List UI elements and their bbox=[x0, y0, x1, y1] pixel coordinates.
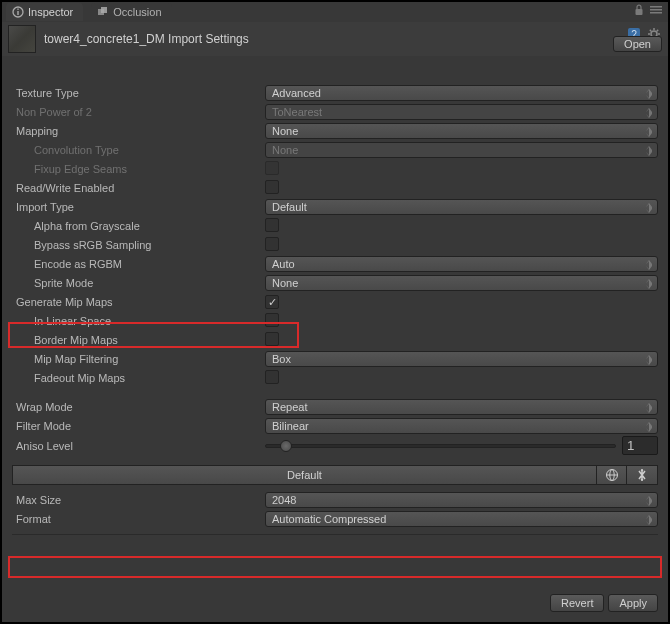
alpha-gs-label: Alpha from Grayscale bbox=[12, 220, 265, 232]
bypass-srgb-label: Bypass sRGB Sampling bbox=[12, 239, 265, 251]
apply-button[interactable]: Apply bbox=[608, 594, 658, 612]
platform-tab-bar: Default bbox=[12, 465, 658, 485]
lock-icon[interactable] bbox=[634, 4, 644, 18]
svg-rect-6 bbox=[650, 6, 662, 8]
aniso-label: Aniso Level bbox=[12, 440, 265, 452]
border-mip-label: Border Mip Maps bbox=[12, 334, 265, 346]
bypass-srgb-checkbox[interactable]: ✓ bbox=[265, 237, 279, 251]
mapping-dropdown[interactable]: None bbox=[265, 123, 658, 139]
highlight-format bbox=[8, 556, 662, 578]
svg-rect-7 bbox=[650, 9, 662, 11]
sprite-mode-dropdown[interactable]: None bbox=[265, 275, 658, 291]
fixup-checkbox: ✓ bbox=[265, 161, 279, 175]
tab-inspector[interactable]: Inspector bbox=[6, 3, 83, 21]
asset-thumbnail bbox=[8, 25, 36, 53]
max-size-dropdown[interactable]: 2048 bbox=[265, 492, 658, 508]
import-type-label: Import Type bbox=[12, 201, 265, 213]
border-mip-checkbox[interactable]: ✓ bbox=[265, 332, 279, 346]
mip-filter-dropdown[interactable]: Box bbox=[265, 351, 658, 367]
linear-label: In Linear Space bbox=[12, 315, 265, 327]
wrap-dropdown[interactable]: Repeat bbox=[265, 399, 658, 415]
fixup-label: Fixup Edge Seams bbox=[12, 163, 265, 175]
open-button[interactable]: Open bbox=[613, 36, 662, 52]
encode-rgbm-dropdown[interactable]: Auto bbox=[265, 256, 658, 272]
gen-mip-checkbox[interactable]: ✓ bbox=[265, 295, 279, 309]
read-write-label: Read/Write Enabled bbox=[12, 182, 265, 194]
aniso-slider[interactable] bbox=[265, 444, 616, 448]
read-write-checkbox[interactable]: ✓ bbox=[265, 180, 279, 194]
info-icon bbox=[12, 6, 24, 18]
conv-type-dropdown: None bbox=[265, 142, 658, 158]
gen-mip-label: Generate Mip Maps bbox=[12, 296, 265, 308]
occlusion-icon bbox=[97, 6, 109, 18]
alpha-gs-checkbox[interactable]: ✓ bbox=[265, 218, 279, 232]
svg-marker-23 bbox=[641, 469, 644, 471]
svg-line-19 bbox=[657, 30, 658, 31]
mapping-label: Mapping bbox=[12, 125, 265, 137]
aniso-slider-thumb[interactable] bbox=[280, 440, 292, 452]
filter-label: Filter Mode bbox=[12, 420, 265, 432]
npot-label: Non Power of 2 bbox=[12, 106, 265, 118]
sprite-mode-label: Sprite Mode bbox=[12, 277, 265, 289]
svg-rect-8 bbox=[650, 12, 662, 14]
max-size-label: Max Size bbox=[12, 494, 265, 506]
svg-rect-1 bbox=[17, 11, 18, 15]
format-dropdown[interactable]: Automatic Compressed bbox=[265, 511, 658, 527]
tab-occlusion[interactable]: Occlusion bbox=[91, 3, 171, 21]
conv-type-label: Convolution Type bbox=[12, 144, 265, 156]
import-type-dropdown[interactable]: Default bbox=[265, 199, 658, 215]
wrap-label: Wrap Mode bbox=[12, 401, 265, 413]
asset-header: tower4_concrete1_DM Import Settings ? bbox=[2, 22, 668, 56]
filter-dropdown[interactable]: Bilinear bbox=[265, 418, 658, 434]
platform-default-tab[interactable]: Default bbox=[13, 466, 597, 484]
tab-bar: Inspector Occlusion bbox=[2, 2, 668, 22]
svg-line-16 bbox=[650, 30, 651, 31]
fadeout-label: Fadeout Mip Maps bbox=[12, 372, 265, 384]
platform-web-icon[interactable] bbox=[597, 466, 627, 484]
encode-rgbm-label: Encode as RGBM bbox=[12, 258, 265, 270]
tab-menu-icon[interactable] bbox=[650, 5, 662, 17]
aniso-value-input[interactable] bbox=[622, 436, 658, 455]
format-label: Format bbox=[12, 513, 265, 525]
npot-dropdown: ToNearest bbox=[265, 104, 658, 120]
separator bbox=[12, 534, 658, 535]
platform-standalone-icon[interactable] bbox=[627, 466, 657, 484]
fadeout-checkbox[interactable]: ✓ bbox=[265, 370, 279, 384]
mip-filter-label: Mip Map Filtering bbox=[12, 353, 265, 365]
svg-rect-5 bbox=[636, 9, 643, 15]
asset-title: tower4_concrete1_DM Import Settings bbox=[44, 32, 249, 46]
svg-rect-2 bbox=[17, 9, 18, 10]
tab-inspector-label: Inspector bbox=[28, 6, 73, 18]
tab-occlusion-label: Occlusion bbox=[113, 6, 161, 18]
texture-type-dropdown[interactable]: Advanced bbox=[265, 85, 658, 101]
revert-button[interactable]: Revert bbox=[550, 594, 604, 612]
linear-checkbox[interactable]: ✓ bbox=[265, 313, 279, 327]
texture-type-label: Texture Type bbox=[12, 87, 265, 99]
svg-rect-4 bbox=[101, 7, 107, 13]
svg-marker-24 bbox=[641, 479, 644, 481]
